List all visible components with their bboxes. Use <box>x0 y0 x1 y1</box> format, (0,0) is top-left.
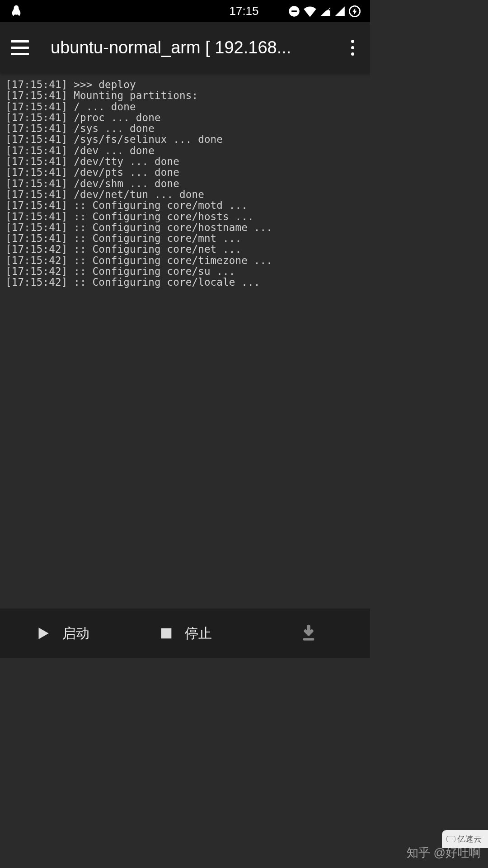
play-icon <box>34 625 52 642</box>
svg-rect-5 <box>161 628 171 639</box>
stop-button[interactable]: 停止 <box>123 609 247 658</box>
stop-label: 停止 <box>185 624 212 643</box>
status-system-icons <box>288 5 361 18</box>
download-button[interactable] <box>247 609 370 658</box>
download-icon <box>299 624 318 643</box>
signal-no-sim-icon <box>319 5 331 17</box>
start-button[interactable]: 启动 <box>0 609 123 658</box>
penguin-icon <box>9 4 23 19</box>
start-label: 启动 <box>62 624 89 643</box>
dnd-icon <box>288 5 300 18</box>
stop-icon <box>159 626 174 641</box>
status-time: 17:15 <box>229 4 258 18</box>
status-notification-area <box>9 4 23 19</box>
wifi-icon <box>303 5 317 17</box>
status-bar: 17:15 <box>0 0 370 22</box>
app-title: ubuntu-normal_arm [ 192.168... <box>51 38 346 57</box>
battery-charging-icon <box>348 5 361 18</box>
more-options-icon[interactable] <box>346 36 359 59</box>
svg-rect-6 <box>303 638 314 641</box>
signal-icon <box>334 5 346 17</box>
app-bar: ubuntu-normal_arm [ 192.168... <box>0 22 370 73</box>
menu-icon[interactable] <box>11 38 30 57</box>
terminal-output[interactable]: [17:15:41] >>> deploy [17:15:41] Mountin… <box>0 73 370 609</box>
svg-rect-1 <box>291 10 297 12</box>
bottom-bar: 启动 停止 <box>0 609 370 658</box>
